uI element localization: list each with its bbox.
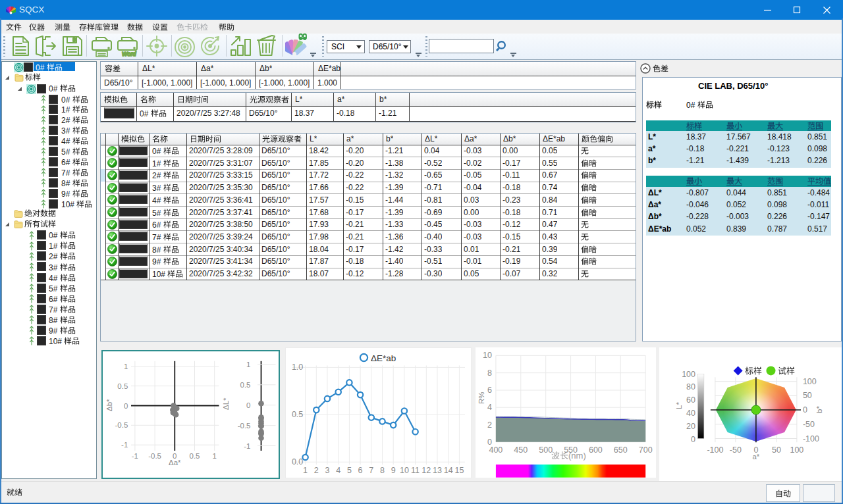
svg-text:0: 0 (803, 405, 807, 415)
svg-text:3: 3 (325, 466, 330, 475)
svg-text:Word: Word (122, 51, 136, 57)
svg-text:ΔE*ab: ΔE*ab (371, 353, 396, 363)
svg-text:500: 500 (539, 445, 553, 455)
svg-text:0.0: 0.0 (292, 457, 303, 466)
svg-text:-1: -1 (132, 452, 138, 460)
svg-text:6: 6 (487, 386, 492, 395)
svg-text:14: 14 (444, 466, 453, 475)
svg-text:-50: -50 (803, 420, 815, 429)
svg-text:7: 7 (369, 466, 373, 475)
svg-text:0: 0 (246, 401, 250, 409)
svg-text:5: 5 (347, 466, 352, 475)
svg-text:60: 60 (686, 395, 695, 405)
svg-text:6: 6 (358, 466, 363, 475)
svg-text:1: 1 (212, 452, 216, 460)
svg-text:2: 2 (314, 466, 319, 475)
svg-text:b*: b* (815, 406, 823, 413)
svg-text:450: 450 (514, 445, 528, 455)
svg-text:a*: a* (752, 453, 759, 461)
svg-text:8: 8 (380, 466, 385, 475)
svg-text:R%: R% (477, 391, 485, 404)
svg-text:0.5: 0.5 (240, 381, 251, 389)
svg-text:-1: -1 (244, 442, 250, 450)
svg-text:400: 400 (489, 445, 503, 455)
svg-text:L*: L* (675, 402, 683, 409)
svg-text:0.5: 0.5 (190, 452, 200, 460)
svg-text:Δa*: Δa* (169, 459, 181, 466)
svg-text:ΔL*: ΔL* (222, 397, 230, 410)
svg-text:Δb*: Δb* (105, 399, 113, 411)
svg-text:15: 15 (454, 466, 464, 475)
svg-text:-50: -50 (730, 445, 742, 455)
svg-text:100: 100 (790, 445, 803, 455)
svg-text:1: 1 (124, 363, 128, 370)
svg-text:(nm): (nm) (568, 451, 586, 461)
svg-text:4: 4 (487, 403, 492, 412)
svg-text:10: 10 (483, 351, 492, 360)
svg-text:650: 650 (614, 445, 628, 455)
svg-text:1: 1 (303, 466, 308, 475)
svg-text:50: 50 (772, 445, 781, 455)
svg-text:1.0: 1.0 (292, 363, 303, 372)
svg-text:700: 700 (639, 445, 653, 455)
svg-text:0: 0 (124, 402, 128, 410)
svg-text:100: 100 (682, 370, 695, 379)
svg-text:0.5: 0.5 (292, 410, 303, 419)
svg-text:-0.5: -0.5 (148, 452, 161, 460)
svg-text:12: 12 (422, 466, 431, 475)
svg-text:100: 100 (803, 377, 817, 386)
svg-text:0.5: 0.5 (117, 382, 128, 390)
svg-text:-1: -1 (121, 441, 128, 449)
svg-text:600: 600 (589, 445, 603, 455)
svg-text:20: 20 (686, 422, 695, 431)
svg-text:40: 40 (686, 409, 695, 418)
svg-text:-100: -100 (803, 434, 819, 443)
svg-text:11: 11 (411, 466, 420, 475)
svg-text:10: 10 (400, 466, 409, 475)
svg-text:8: 8 (487, 368, 492, 378)
svg-text:80: 80 (686, 382, 695, 391)
svg-text:1: 1 (246, 361, 250, 368)
svg-text:-0.5: -0.5 (238, 422, 251, 430)
svg-text:0: 0 (487, 438, 492, 447)
svg-text:9: 9 (391, 466, 396, 475)
svg-text:2: 2 (487, 420, 492, 430)
svg-text:-0.5: -0.5 (115, 421, 128, 429)
svg-text:0: 0 (691, 435, 695, 444)
svg-text:4: 4 (336, 466, 340, 475)
svg-text:13: 13 (433, 466, 442, 475)
svg-text:50: 50 (803, 391, 812, 400)
svg-text:-100: -100 (707, 445, 723, 455)
